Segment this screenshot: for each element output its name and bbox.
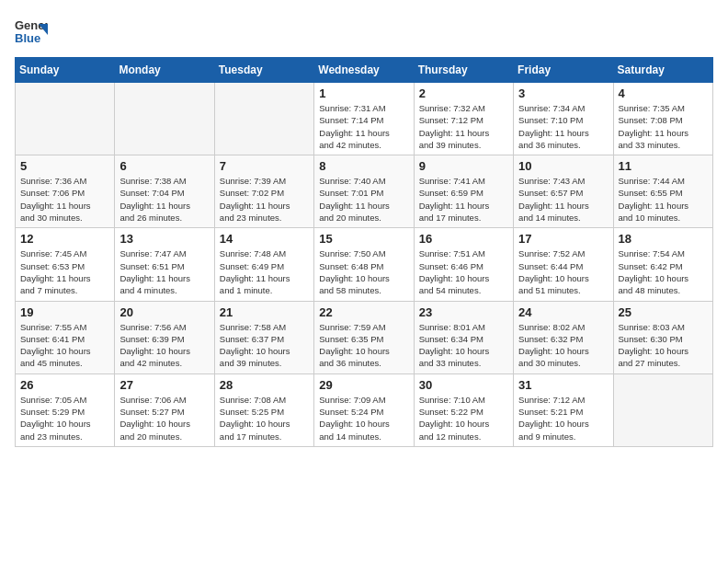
day-number: 17 [518, 232, 608, 246]
day-info: Sunrise: 7:59 AM Sunset: 6:35 PM Dayligh… [319, 321, 408, 370]
calendar-cell: 6Sunrise: 7:38 AM Sunset: 7:04 PM Daylig… [115, 155, 214, 228]
svg-text:Blue: Blue [15, 31, 40, 45]
calendar-cell: 22Sunrise: 7:59 AM Sunset: 6:35 PM Dayli… [314, 301, 414, 373]
day-number: 8 [319, 159, 408, 173]
calendar-cell: 30Sunrise: 7:10 AM Sunset: 5:22 PM Dayli… [414, 373, 513, 446]
day-info: Sunrise: 7:05 AM Sunset: 5:29 PM Dayligh… [20, 394, 109, 442]
calendar-cell: 27Sunrise: 7:06 AM Sunset: 5:27 PM Dayli… [115, 373, 214, 446]
calendar-cell: 1Sunrise: 7:31 AM Sunset: 7:14 PM Daylig… [314, 83, 414, 155]
weekday-header-wednesday: Wednesday [314, 58, 414, 83]
calendar-week-3: 12Sunrise: 7:45 AM Sunset: 6:53 PM Dayli… [16, 228, 713, 301]
calendar-cell [16, 83, 115, 155]
day-info: Sunrise: 7:51 AM Sunset: 6:46 PM Dayligh… [419, 247, 508, 296]
calendar-cell [115, 83, 214, 155]
day-info: Sunrise: 7:39 AM Sunset: 7:02 PM Dayligh… [220, 175, 309, 224]
day-info: Sunrise: 7:12 AM Sunset: 5:21 PM Dayligh… [518, 394, 608, 442]
day-info: Sunrise: 7:44 AM Sunset: 6:55 PM Dayligh… [619, 175, 708, 224]
day-info: Sunrise: 7:09 AM Sunset: 5:24 PM Dayligh… [319, 394, 408, 442]
day-number: 31 [518, 378, 608, 392]
calendar-cell: 26Sunrise: 7:05 AM Sunset: 5:29 PM Dayli… [16, 373, 115, 446]
day-number: 25 [619, 305, 708, 319]
day-number: 6 [119, 159, 209, 173]
day-info: Sunrise: 7:40 AM Sunset: 7:01 PM Dayligh… [319, 175, 408, 224]
day-number: 16 [419, 232, 508, 246]
day-number: 19 [20, 305, 109, 319]
calendar-cell: 7Sunrise: 7:39 AM Sunset: 7:02 PM Daylig… [214, 155, 313, 228]
calendar-cell: 17Sunrise: 7:52 AM Sunset: 6:44 PM Dayli… [514, 228, 613, 301]
day-info: Sunrise: 8:01 AM Sunset: 6:34 PM Dayligh… [419, 321, 508, 370]
calendar-cell: 20Sunrise: 7:56 AM Sunset: 6:39 PM Dayli… [115, 301, 214, 373]
calendar-cell: 14Sunrise: 7:48 AM Sunset: 6:49 PM Dayli… [214, 228, 313, 301]
calendar-cell: 28Sunrise: 7:08 AM Sunset: 5:25 PM Dayli… [214, 373, 313, 446]
weekday-header-sunday: Sunday [16, 58, 115, 83]
calendar-cell: 12Sunrise: 7:45 AM Sunset: 6:53 PM Dayli… [16, 228, 115, 301]
calendar-cell: 5Sunrise: 7:36 AM Sunset: 7:06 PM Daylig… [16, 155, 115, 228]
day-info: Sunrise: 7:31 AM Sunset: 7:14 PM Dayligh… [319, 102, 408, 151]
calendar-cell [613, 373, 712, 446]
day-info: Sunrise: 8:03 AM Sunset: 6:30 PM Dayligh… [619, 321, 708, 370]
day-number: 5 [20, 159, 109, 173]
day-number: 29 [319, 378, 408, 392]
weekday-header-row: SundayMondayTuesdayWednesdayThursdayFrid… [16, 58, 713, 83]
calendar-container: General Blue SundayMondayTuesdayWednesda… [0, 0, 728, 454]
day-info: Sunrise: 7:50 AM Sunset: 6:48 PM Dayligh… [319, 247, 408, 296]
day-number: 1 [319, 86, 408, 100]
weekday-header-saturday: Saturday [613, 58, 712, 83]
day-number: 2 [419, 86, 508, 100]
day-info: Sunrise: 7:08 AM Sunset: 5:25 PM Dayligh… [220, 394, 309, 442]
weekday-header-friday: Friday [514, 58, 613, 83]
calendar-week-2: 5Sunrise: 7:36 AM Sunset: 7:06 PM Daylig… [16, 155, 713, 228]
day-number: 18 [619, 232, 708, 246]
day-info: Sunrise: 8:02 AM Sunset: 6:32 PM Dayligh… [518, 321, 608, 370]
calendar-week-1: 1Sunrise: 7:31 AM Sunset: 7:14 PM Daylig… [16, 83, 713, 155]
day-number: 7 [220, 159, 309, 173]
day-info: Sunrise: 7:55 AM Sunset: 6:41 PM Dayligh… [20, 321, 109, 370]
calendar-cell: 25Sunrise: 8:03 AM Sunset: 6:30 PM Dayli… [613, 301, 712, 373]
calendar-cell: 8Sunrise: 7:40 AM Sunset: 7:01 PM Daylig… [314, 155, 414, 228]
day-info: Sunrise: 7:36 AM Sunset: 7:06 PM Dayligh… [20, 175, 109, 224]
calendar-cell: 11Sunrise: 7:44 AM Sunset: 6:55 PM Dayli… [613, 155, 712, 228]
day-number: 14 [220, 232, 309, 246]
calendar-cell: 3Sunrise: 7:34 AM Sunset: 7:10 PM Daylig… [514, 83, 613, 155]
day-info: Sunrise: 7:35 AM Sunset: 7:08 PM Dayligh… [619, 102, 708, 151]
weekday-header-tuesday: Tuesday [214, 58, 313, 83]
day-info: Sunrise: 7:45 AM Sunset: 6:53 PM Dayligh… [20, 247, 109, 296]
day-number: 22 [319, 305, 408, 319]
calendar-cell [214, 83, 313, 155]
day-number: 12 [20, 232, 109, 246]
calendar-cell: 10Sunrise: 7:43 AM Sunset: 6:57 PM Dayli… [514, 155, 613, 228]
day-info: Sunrise: 7:52 AM Sunset: 6:44 PM Dayligh… [518, 247, 608, 296]
calendar-week-4: 19Sunrise: 7:55 AM Sunset: 6:41 PM Dayli… [16, 301, 713, 373]
day-info: Sunrise: 7:48 AM Sunset: 6:49 PM Dayligh… [220, 247, 309, 296]
calendar-cell: 9Sunrise: 7:41 AM Sunset: 6:59 PM Daylig… [414, 155, 513, 228]
day-info: Sunrise: 7:58 AM Sunset: 6:37 PM Dayligh… [220, 321, 309, 370]
day-number: 30 [419, 378, 508, 392]
calendar-table: SundayMondayTuesdayWednesdayThursdayFrid… [15, 57, 713, 447]
day-info: Sunrise: 7:41 AM Sunset: 6:59 PM Dayligh… [419, 175, 508, 224]
calendar-cell: 4Sunrise: 7:35 AM Sunset: 7:08 PM Daylig… [613, 83, 712, 155]
calendar-cell: 29Sunrise: 7:09 AM Sunset: 5:24 PM Dayli… [314, 373, 414, 446]
day-number: 4 [619, 86, 708, 100]
day-info: Sunrise: 7:32 AM Sunset: 7:12 PM Dayligh… [419, 102, 508, 151]
day-info: Sunrise: 7:10 AM Sunset: 5:22 PM Dayligh… [419, 394, 508, 442]
day-info: Sunrise: 7:34 AM Sunset: 7:10 PM Dayligh… [518, 102, 608, 151]
day-number: 23 [419, 305, 508, 319]
day-number: 9 [419, 159, 508, 173]
calendar-cell: 24Sunrise: 8:02 AM Sunset: 6:32 PM Dayli… [514, 301, 613, 373]
day-number: 10 [518, 159, 608, 173]
day-info: Sunrise: 7:56 AM Sunset: 6:39 PM Dayligh… [119, 321, 209, 370]
calendar-cell: 18Sunrise: 7:54 AM Sunset: 6:42 PM Dayli… [613, 228, 712, 301]
day-info: Sunrise: 7:47 AM Sunset: 6:51 PM Dayligh… [119, 247, 209, 296]
calendar-cell: 16Sunrise: 7:51 AM Sunset: 6:46 PM Dayli… [414, 228, 513, 301]
day-number: 26 [20, 378, 109, 392]
calendar-cell: 13Sunrise: 7:47 AM Sunset: 6:51 PM Dayli… [115, 228, 214, 301]
day-number: 15 [319, 232, 408, 246]
day-info: Sunrise: 7:43 AM Sunset: 6:57 PM Dayligh… [518, 175, 608, 224]
day-number: 27 [119, 378, 209, 392]
calendar-cell: 31Sunrise: 7:12 AM Sunset: 5:21 PM Dayli… [514, 373, 613, 446]
logo: General Blue [15, 15, 48, 48]
day-number: 11 [619, 159, 708, 173]
day-info: Sunrise: 7:54 AM Sunset: 6:42 PM Dayligh… [619, 247, 708, 296]
header: General Blue [15, 15, 713, 48]
calendar-week-5: 26Sunrise: 7:05 AM Sunset: 5:29 PM Dayli… [16, 373, 713, 446]
